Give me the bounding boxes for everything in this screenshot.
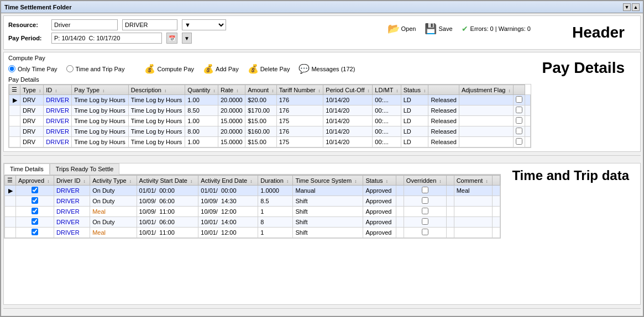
cell-activity-type: Meal bbox=[90, 207, 137, 217]
cell-rate: 20.0000 bbox=[218, 126, 245, 137]
cell-end-date: 10/01/ 14:00 bbox=[198, 217, 258, 228]
tab-content[interactable]: ☰ Approved ↕ Driver ID ↕ Activity Type ↕… bbox=[4, 175, 501, 239]
maximize-button[interactable]: ▲ bbox=[632, 3, 640, 11]
cell-status: Approved bbox=[363, 186, 396, 196]
adj-flag-checkbox[interactable] bbox=[516, 96, 522, 103]
th-ld-mt[interactable]: LD/MT ↕ bbox=[373, 85, 401, 95]
cell-approved[interactable] bbox=[16, 186, 54, 196]
cell-end-date: 01/01/ 00:00 bbox=[198, 186, 258, 196]
resource-code-input[interactable] bbox=[122, 19, 177, 30]
compute-pay-button[interactable]: 💰 Compute Pay bbox=[144, 64, 194, 74]
overridden-checkbox[interactable] bbox=[422, 187, 428, 193]
cell-approved[interactable] bbox=[16, 207, 54, 217]
th-t-activity-type[interactable]: Activity Type ↕ bbox=[90, 176, 137, 186]
bottom-scrollbar[interactable] bbox=[3, 308, 641, 315]
th-t-driver-id[interactable]: Driver ID ↕ bbox=[54, 176, 90, 186]
row-expand[interactable] bbox=[9, 137, 20, 147]
cell-status: Released bbox=[428, 126, 459, 137]
time-trip-pay-radio-label[interactable]: Time and Trip Pay bbox=[66, 65, 125, 72]
tab-time-details[interactable]: Time Details bbox=[4, 163, 50, 175]
cell-adj-flag[interactable] bbox=[514, 95, 525, 105]
resource-input[interactable] bbox=[51, 19, 118, 30]
overridden-checkbox[interactable] bbox=[422, 197, 428, 204]
row-expand[interactable] bbox=[5, 207, 16, 217]
horizontal-scrollbar[interactable] bbox=[3, 155, 641, 162]
pay-details-table-container[interactable]: ☰ Type ↕ ID ↕ Pay Type ↕ Description ↕ Q… bbox=[8, 84, 531, 148]
save-button[interactable]: 💾 Save bbox=[425, 23, 452, 35]
th-t-duration[interactable]: Duration ↕ bbox=[258, 176, 293, 186]
overridden-checkbox[interactable] bbox=[422, 208, 428, 214]
th-amount[interactable]: Amount ↕ bbox=[245, 85, 277, 95]
cell-approved[interactable] bbox=[16, 217, 54, 228]
th-t-end-date[interactable]: Activity End Date ↕ bbox=[198, 176, 258, 186]
messages-button[interactable]: 💬 Messages (172) bbox=[299, 64, 355, 74]
th-quantity[interactable]: Quantity ↕ bbox=[185, 85, 218, 95]
time-details-table-container[interactable]: ☰ Approved ↕ Driver ID ↕ Activity Type ↕… bbox=[4, 175, 501, 239]
resource-dropdown[interactable]: ▼ bbox=[182, 19, 226, 30]
approved-checkbox[interactable] bbox=[32, 187, 38, 193]
cell-overridden[interactable] bbox=[404, 196, 446, 207]
cell-type: DRV bbox=[20, 116, 44, 126]
pay-period-dropdown-button[interactable]: ▼ bbox=[182, 33, 192, 44]
th-t-status[interactable]: Status ↕ bbox=[363, 176, 396, 186]
row-expand[interactable] bbox=[5, 217, 16, 228]
th-status[interactable]: Status ↕ bbox=[401, 85, 428, 95]
adj-flag-checkbox[interactable] bbox=[516, 117, 522, 124]
row-expand[interactable]: ▶ bbox=[9, 95, 20, 105]
open-icon: 📂 bbox=[388, 23, 400, 35]
th-type[interactable]: Type ↕ bbox=[20, 85, 44, 95]
cell-adj-flag[interactable] bbox=[514, 126, 525, 137]
open-button[interactable]: 📂 Open bbox=[388, 23, 416, 35]
cell-overridden[interactable] bbox=[404, 217, 446, 228]
row-expand[interactable] bbox=[9, 126, 20, 137]
only-time-pay-radio-label[interactable]: Only Time Pay bbox=[8, 65, 57, 72]
cell-status-extra bbox=[459, 116, 513, 126]
row-expand[interactable] bbox=[5, 228, 16, 238]
cell-overridden[interactable] bbox=[404, 186, 446, 196]
cell-approved[interactable] bbox=[16, 228, 54, 238]
cell-adj-flag[interactable] bbox=[514, 105, 525, 116]
th-t-overridden[interactable]: Overridden ↕ bbox=[404, 176, 446, 186]
th-pay-type[interactable]: Pay Type ↕ bbox=[72, 85, 129, 95]
row-expand[interactable] bbox=[5, 196, 16, 207]
row-expand[interactable] bbox=[9, 105, 20, 116]
approved-checkbox[interactable] bbox=[32, 197, 38, 204]
th-t-comment[interactable]: Comment ↕ bbox=[454, 176, 493, 186]
th-tariff[interactable]: Tariff Number ↕ bbox=[276, 85, 323, 95]
tabs-row: Time Details Trips Ready To Settle bbox=[4, 163, 501, 175]
th-rate[interactable]: Rate ↕ bbox=[218, 85, 245, 95]
th-id[interactable]: ID ↕ bbox=[44, 85, 72, 95]
adj-flag-checkbox[interactable] bbox=[516, 107, 522, 113]
th-adj-flag[interactable]: Adjustment Flag ↕ bbox=[459, 85, 513, 95]
cell-adj-flag[interactable] bbox=[514, 137, 525, 147]
delete-pay-button[interactable]: 💰 Delete Pay bbox=[248, 64, 290, 74]
th-t-start-date[interactable]: Activity Start Date ↕ bbox=[137, 176, 198, 186]
cell-approved[interactable] bbox=[16, 196, 54, 207]
time-trip-pay-radio[interactable] bbox=[66, 65, 74, 72]
cell-description: Time Log by Hours bbox=[128, 126, 185, 137]
cell-overridden[interactable] bbox=[404, 228, 446, 238]
th-t-approved[interactable]: Approved ↕ bbox=[16, 176, 54, 186]
overridden-checkbox[interactable] bbox=[422, 218, 428, 225]
only-time-pay-radio[interactable] bbox=[8, 65, 15, 72]
adj-flag-checkbox[interactable] bbox=[516, 128, 522, 134]
approved-checkbox[interactable] bbox=[32, 218, 38, 225]
pay-period-input[interactable] bbox=[51, 33, 162, 44]
overridden-checkbox[interactable] bbox=[422, 229, 428, 235]
content-area: Resource: ▼ Pay Period: 📅 ▼ bbox=[1, 13, 643, 316]
cell-overridden[interactable] bbox=[404, 207, 446, 217]
th-t-source[interactable]: Time Source System ↕ bbox=[293, 176, 363, 186]
minimize-button[interactable]: ▼ bbox=[623, 3, 631, 11]
cell-adj-flag[interactable] bbox=[514, 116, 525, 126]
add-pay-button[interactable]: 💰 Add Pay bbox=[203, 64, 239, 74]
pay-period-calendar-button[interactable]: 📅 bbox=[166, 33, 177, 44]
th-period-cut[interactable]: Period Cut-Off ↕ bbox=[323, 85, 373, 95]
row-expand[interactable]: ▶ bbox=[5, 186, 16, 196]
tab-trips-ready-settle[interactable]: Trips Ready To Settle bbox=[50, 163, 120, 175]
approved-checkbox[interactable] bbox=[32, 208, 38, 214]
adj-flag-checkbox[interactable] bbox=[516, 138, 522, 145]
cell-duration: 1 bbox=[258, 207, 293, 217]
approved-checkbox[interactable] bbox=[32, 229, 38, 235]
row-expand[interactable] bbox=[9, 116, 20, 126]
th-description[interactable]: Description ↕ bbox=[128, 85, 185, 95]
